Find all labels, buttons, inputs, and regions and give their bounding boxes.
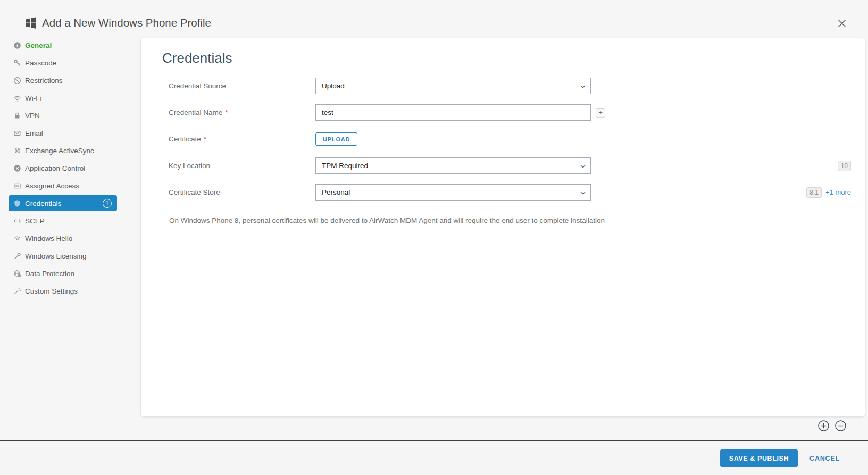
sidebar-item-email[interactable]: Email (9, 125, 117, 141)
modal-header: Add a New Windows Phone Profile (25, 16, 211, 29)
close-icon (837, 19, 848, 28)
windows-licensing-icon (13, 252, 21, 260)
field-label: Key Location (169, 162, 315, 170)
windows-logo-icon (25, 17, 37, 29)
app-control-icon (13, 164, 21, 172)
required-marker: * (225, 109, 228, 116)
sidebar-item-assigned-access[interactable]: Assigned Access (9, 178, 117, 194)
sidebar-item-windows-hello[interactable]: Windows Hello (9, 230, 117, 246)
chevron-down-icon (580, 191, 586, 195)
sidebar-item-label: Windows Hello (25, 235, 72, 243)
upload-button[interactable]: UPLOAD (315, 132, 357, 146)
credential-name-input[interactable] (315, 104, 591, 121)
restrictions-icon (13, 77, 21, 85)
sidebar-item-label: Credentials (25, 199, 61, 207)
sidebar-item-passcode[interactable]: Passcode (9, 55, 117, 71)
sidebar-item-data-protection[interactable]: Data Protection (9, 265, 117, 281)
field-control: Personal (315, 184, 591, 201)
sidebar-item-label: General (25, 41, 52, 49)
os-version-badges: 8.1+1 more (806, 187, 851, 198)
sidebar-item-exchange-activesync[interactable]: Exchange ActiveSync (9, 143, 117, 159)
field-label: Credential Name* (169, 109, 315, 116)
field-label: Credential Source (169, 82, 315, 90)
payload-sidebar: GeneralPasscodeRestrictionsWi-FiVPNEmail… (9, 37, 117, 301)
sidebar-item-label: Wi-Fi (25, 94, 41, 102)
credentials-panel: Credentials Credential SourceUploadCrede… (141, 38, 865, 416)
sidebar-item-label: VPN (25, 112, 40, 120)
remove-payload-button[interactable] (834, 420, 847, 432)
sidebar-item-credentials[interactable]: Credentials1 (9, 195, 117, 211)
field-label: Certificate Store (169, 188, 315, 196)
field-row-key-location: Key LocationTPM Required10 (141, 157, 865, 174)
sidebar-item-restrictions[interactable]: Restrictions (9, 72, 117, 88)
lock-icon (13, 112, 21, 120)
email-icon (13, 129, 21, 137)
sidebar-item-wi-fi[interactable]: Wi-Fi (9, 90, 117, 106)
chevron-down-icon (580, 85, 586, 88)
os-version-badge: 10 (838, 161, 851, 171)
chevron-down-icon (580, 165, 586, 168)
modal-footer: SAVE & PUBLISH CANCEL (0, 440, 868, 475)
os-version-badges: 10 (838, 161, 851, 171)
sidebar-item-label: Restrictions (25, 77, 63, 85)
add-credential-name-button[interactable]: + (596, 108, 605, 118)
sidebar-item-label: Assigned Access (25, 182, 79, 190)
panel-heading: Credentials (141, 38, 865, 66)
field-row-credential-name: Credential Name*+ (141, 104, 865, 121)
custom-settings-icon (13, 287, 21, 295)
os-version-badge: 8.1 (806, 187, 822, 198)
field-label-text: Certificate (169, 135, 201, 143)
payload-count-badge: 1 (103, 199, 112, 208)
sidebar-item-vpn[interactable]: VPN (9, 107, 117, 123)
selected-option-label: Personal (322, 188, 350, 196)
key-icon (13, 59, 21, 67)
field-row-certificate: Certificate*UPLOAD (141, 131, 865, 147)
credentials-form: Credential SourceUploadCredential Name*+… (141, 78, 865, 201)
field-control: + (315, 104, 605, 121)
field-label-text: Certificate Store (169, 188, 220, 196)
data-protection-icon (13, 270, 21, 278)
more-versions-link[interactable]: +1 more (825, 188, 851, 196)
field-control: TPM Required (315, 157, 591, 174)
cancel-button[interactable]: CANCEL (806, 454, 843, 463)
field-control: Upload (315, 78, 591, 94)
sidebar-item-label: Application Control (25, 164, 85, 172)
sidebar-item-label: Email (25, 129, 43, 137)
field-row-credential-source: Credential SourceUpload (141, 78, 865, 94)
sidebar-item-label: Passcode (25, 59, 56, 67)
sidebar-item-label: Data Protection (25, 270, 74, 278)
scep-icon (13, 217, 21, 225)
plus-circle-icon (817, 420, 830, 432)
payload-pager (817, 420, 847, 432)
certificate-store-select[interactable]: Personal (315, 184, 591, 201)
field-label-text: Key Location (169, 162, 210, 170)
sidebar-item-label: Windows Licensing (25, 252, 87, 260)
assigned-access-icon (13, 182, 21, 190)
payload-note: On Windows Phone 8, personal certificate… (169, 216, 844, 224)
sidebar-item-application-control[interactable]: Application Control (9, 160, 117, 176)
selected-option-label: TPM Required (322, 162, 368, 170)
sidebar-item-general[interactable]: General (9, 37, 117, 53)
credential-source-select[interactable]: Upload (315, 78, 591, 94)
field-control: UPLOAD (315, 132, 357, 146)
selected-option-label: Upload (322, 82, 345, 90)
windows-hello-icon (13, 235, 21, 243)
field-label: Certificate* (169, 135, 315, 143)
field-label-text: Credential Name (169, 109, 222, 116)
sidebar-item-scep[interactable]: SCEP (9, 213, 117, 229)
minus-circle-icon (834, 420, 847, 432)
wifi-icon (13, 94, 21, 102)
modal-title: Add a New Windows Phone Profile (42, 16, 211, 29)
info-icon (13, 41, 21, 49)
save-and-publish-button[interactable]: SAVE & PUBLISH (720, 449, 798, 467)
sidebar-item-label: Custom Settings (25, 287, 78, 295)
key-location-select[interactable]: TPM Required (315, 157, 591, 174)
sidebar-item-label: SCEP (25, 217, 45, 225)
add-payload-button[interactable] (817, 420, 830, 432)
sidebar-item-label: Exchange ActiveSync (25, 147, 94, 155)
close-button[interactable] (837, 18, 848, 29)
sidebar-item-custom-settings[interactable]: Custom Settings (9, 283, 117, 299)
sidebar-item-windows-licensing[interactable]: Windows Licensing (9, 248, 117, 264)
required-marker: * (204, 135, 206, 143)
shield-icon (13, 199, 21, 207)
